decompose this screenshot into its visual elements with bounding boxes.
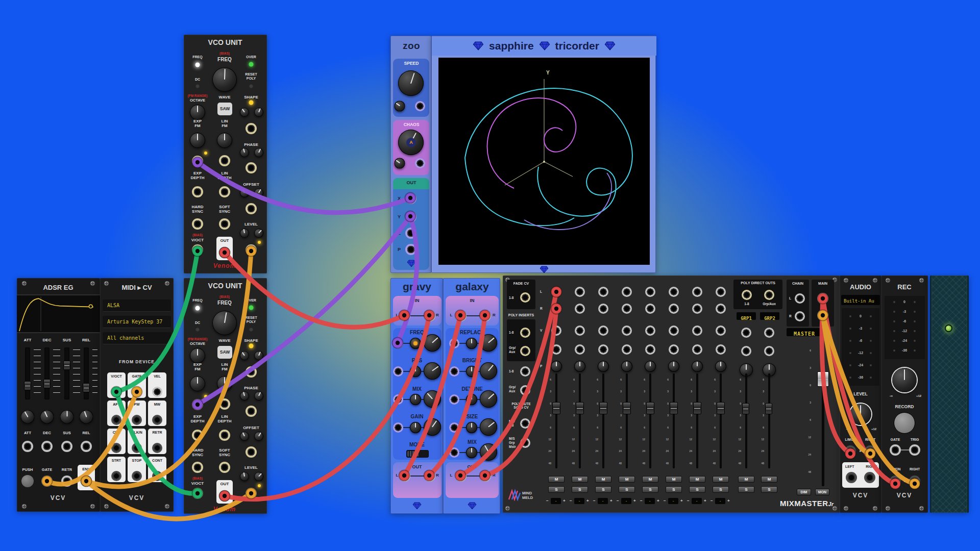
bright-knob[interactable] (480, 362, 497, 380)
ch-in-r-jack[interactable] (575, 304, 585, 314)
ch-plus-button[interactable]: + (563, 498, 566, 504)
ch-fader-handle[interactable] (576, 402, 584, 414)
grp1-fader-slot[interactable] (745, 373, 747, 468)
size-cv-knob[interactable] (466, 422, 477, 433)
reset-poly-led[interactable] (249, 84, 254, 89)
ch-solo-button[interactable]: S (619, 486, 635, 493)
reset-poly-led[interactable] (249, 328, 254, 332)
ch-mute-button[interactable]: M (689, 476, 705, 483)
rel-cv-jack[interactable] (81, 441, 92, 452)
ch-plus-button[interactable]: + (633, 498, 636, 504)
speed-cv-jack[interactable] (415, 101, 425, 111)
grp1-in-l-jack[interactable] (741, 328, 751, 338)
insert-18-jack[interactable] (520, 328, 530, 338)
att-slider-handle[interactable] (24, 381, 31, 390)
ch-fader-slot[interactable] (673, 373, 675, 468)
ch-scribble-display[interactable]: - (598, 498, 608, 504)
direct-out-18-jack[interactable] (742, 290, 752, 300)
exp-fm-knob[interactable] (190, 376, 205, 391)
sus-knob[interactable] (60, 410, 74, 424)
grp2-fader-slot[interactable] (768, 373, 770, 468)
grp2-fader-handle[interactable] (765, 403, 772, 414)
midi-channel-display[interactable]: All channels (103, 332, 171, 344)
ch-in-r-jack[interactable] (622, 304, 632, 314)
ch-solo-button[interactable]: S (595, 486, 611, 493)
ch-in-r-jack[interactable] (598, 304, 608, 314)
ch-solo-button[interactable]: S (666, 486, 682, 493)
sus-slider-handle[interactable] (63, 361, 70, 370)
retr-out-jack[interactable] (152, 443, 162, 453)
att-cv-jack[interactable] (22, 441, 33, 452)
ch-scribble-display[interactable]: - (551, 498, 561, 504)
rec-gain-knob[interactable] (892, 368, 917, 392)
grp2-in-r-jack[interactable] (764, 346, 774, 356)
audio-out-r-jack[interactable] (864, 472, 875, 483)
lin-depth-jack[interactable] (219, 430, 230, 441)
ch-in-l-jack[interactable] (645, 287, 655, 297)
ch-minus-button[interactable]: − (570, 498, 572, 504)
att-slider[interactable] (25, 347, 30, 399)
ch-fader-slot[interactable] (720, 373, 722, 468)
ch-plus-button[interactable]: + (704, 498, 706, 504)
ch-minus-button[interactable]: − (687, 498, 690, 504)
ch-plus-button[interactable]: + (727, 498, 730, 504)
trig-jack[interactable] (909, 444, 920, 456)
ch-pan-knob[interactable] (574, 361, 585, 372)
offset-cv-knob[interactable] (254, 432, 263, 441)
ch-fader-slot[interactable] (602, 373, 604, 468)
grp2-mute-button[interactable]: M (761, 476, 777, 483)
dec-slider-handle[interactable] (43, 379, 51, 388)
phase-cv-jack[interactable] (246, 162, 257, 173)
ch-scribble-display[interactable]: - (715, 498, 725, 504)
gate-jack[interactable] (890, 444, 901, 456)
mix-cv-knob[interactable] (410, 394, 421, 405)
ch-mute-button[interactable]: M (572, 476, 588, 483)
ch-solo-button[interactable]: S (689, 486, 705, 493)
aft-out-jack[interactable] (111, 415, 121, 425)
ch-in-l-jack[interactable] (692, 287, 702, 297)
tricorder-display[interactable]: Y (438, 58, 650, 265)
rel-knob[interactable] (80, 410, 93, 424)
ch-scribble-display[interactable]: - (621, 498, 631, 504)
chain-r-jack[interactable] (795, 311, 805, 321)
shape-knob[interactable] (240, 351, 249, 360)
ch-vol-cv-jack[interactable] (692, 325, 702, 336)
ch-fader-handle[interactable] (670, 402, 678, 414)
ch-fader-handle[interactable] (693, 402, 701, 414)
dec-slider[interactable] (44, 347, 50, 399)
res-cv-jack[interactable] (393, 366, 403, 377)
soft-sync-jack[interactable] (219, 462, 230, 473)
ch-vol-cv-jack[interactable] (645, 325, 655, 336)
mix-cv-knob[interactable] (466, 447, 477, 458)
bright-cv-jack[interactable] (449, 366, 459, 377)
octave-knob[interactable] (190, 348, 205, 363)
ch-mute-button[interactable]: M (595, 476, 611, 483)
ch-pan-cv-jack[interactable] (598, 344, 608, 355)
master-display[interactable]: MASTER (787, 328, 822, 336)
lin-depth-jack[interactable] (219, 186, 230, 197)
vel-out-jack[interactable] (152, 387, 162, 397)
lin-fm-cv-jack[interactable] (219, 155, 230, 166)
ch-pan-knob[interactable] (621, 361, 632, 372)
phase-knob[interactable] (240, 391, 249, 400)
ch-fader-slot[interactable] (696, 373, 698, 468)
ch-fader-slot[interactable] (555, 373, 557, 468)
exp-depth-jack[interactable] (192, 186, 203, 197)
ch-in-r-jack[interactable] (692, 304, 702, 314)
mon-button[interactable]: MON (815, 489, 829, 495)
ch-minus-button[interactable]: − (593, 498, 596, 504)
ch-fader-handle[interactable] (552, 402, 560, 414)
rel-slider-handle[interactable] (83, 383, 90, 392)
push-button[interactable] (21, 475, 34, 487)
direct-out-grpaux-jack[interactable] (764, 290, 774, 300)
gain-cv-jack[interactable] (393, 422, 403, 433)
ch-in-l-jack[interactable] (598, 287, 608, 297)
grp1-fader-handle[interactable] (742, 403, 749, 414)
direct-18-jack[interactable] (520, 366, 530, 377)
phase-knob[interactable] (240, 148, 249, 157)
detune-cv-jack[interactable] (449, 394, 459, 405)
ch-plus-button[interactable]: + (586, 498, 589, 504)
ch-minus-button[interactable]: − (546, 498, 549, 504)
fade-cv-jack[interactable] (520, 292, 530, 303)
ch-vol-cv-jack[interactable] (598, 325, 608, 336)
